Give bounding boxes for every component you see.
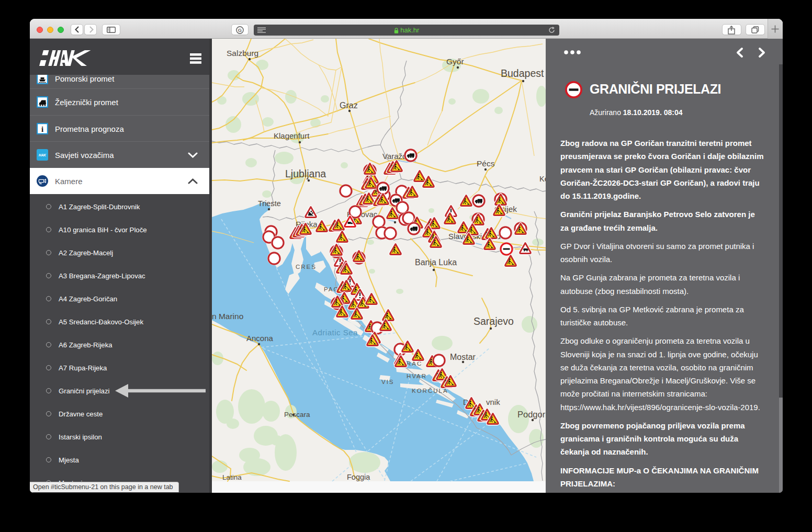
svg-text:Mostar: Mostar <box>450 353 476 361</box>
svg-text:G: G <box>238 27 242 33</box>
svg-text:Trieste: Trieste <box>258 199 281 208</box>
svg-text:Pécs: Pécs <box>477 159 495 168</box>
svg-text:i: i <box>41 124 43 133</box>
svg-text:Graz: Graz <box>340 101 358 110</box>
svg-text:Sarajevo: Sarajevo <box>473 315 514 327</box>
svg-text:n Marino: n Marino <box>212 312 243 321</box>
svg-text:CRES: CRES <box>296 264 317 270</box>
svg-text:Budapest: Budapest <box>501 67 544 79</box>
svg-text:Ljubljana: Ljubljana <box>285 168 326 179</box>
svg-text:Győr: Győr <box>446 57 464 66</box>
svg-text:HAK: HAK <box>39 153 47 157</box>
svg-text:Foggia: Foggia <box>347 473 370 481</box>
svg-text:Adriatic Sea: Adriatic Sea <box>312 328 358 337</box>
svg-text:Ke: Ke <box>539 175 546 183</box>
svg-text:Banja Luka: Banja Luka <box>415 258 457 267</box>
svg-text:Latina: Latina <box>222 473 242 481</box>
svg-text:VIS: VIS <box>381 379 394 385</box>
svg-text:Salzburg: Salzburg <box>227 49 258 58</box>
svg-text:Ancona: Ancona <box>246 334 274 343</box>
svg-text:HVAR: HVAR <box>407 373 427 379</box>
svg-text:Klagenfurt: Klagenfurt <box>274 131 310 140</box>
svg-text:Podgorica: Podgorica <box>517 410 546 419</box>
svg-text:vnik: vnik <box>486 398 500 406</box>
svg-text:Pescara: Pescara <box>284 411 310 418</box>
